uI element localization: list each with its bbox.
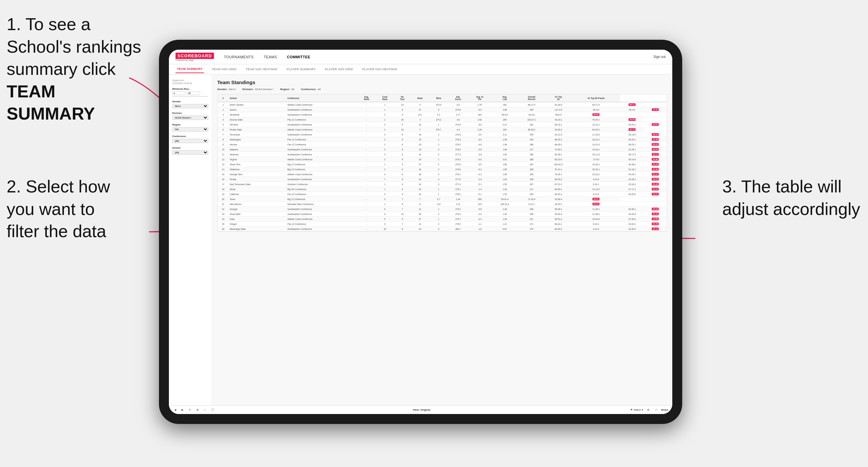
cell-rank: 6 — [218, 127, 228, 132]
toolbar-share-label[interactable]: Share — [661, 408, 668, 411]
cell-school: Texas — [228, 197, 286, 202]
sign-out-link[interactable]: Sign out — [653, 55, 665, 59]
cell-data: 11-38-2 — [572, 212, 620, 217]
cell-data: 109-24-2 — [492, 202, 518, 207]
cell-data: - — [357, 217, 376, 222]
table-row: 5Ole MissSoutheastern Conference-3618127… — [218, 122, 666, 127]
cell-data: -3.5 — [468, 132, 492, 137]
cell-data: 270 — [518, 226, 545, 231]
subnav-player-h2h-grid[interactable]: PLAYER H2H GRID — [323, 66, 354, 73]
cell-data: 28 — [411, 172, 429, 177]
toolbar-share-icon[interactable]: ↗ — [653, 408, 658, 412]
cell-rank: 18 — [218, 187, 228, 192]
cell-conference: Pac-12 Conference — [286, 192, 357, 197]
cell-data: -0.4 — [468, 217, 492, 222]
cell-data: - — [357, 192, 376, 197]
cell-data: 82-05-1 — [545, 187, 572, 192]
toolbar-clock[interactable]: 🕐 — [210, 408, 216, 412]
cell-data: 9-19-1 — [572, 222, 620, 226]
table-row: 22GeorgiaSoutheastern Conference-8721127… — [218, 207, 666, 212]
cell-conference: Pac-12 Conference — [286, 222, 357, 226]
table-row: 18IllinoisBig Ten Conference-18231279.1-… — [218, 187, 666, 192]
col-avg-to-par: Avg. toPar — [468, 94, 492, 102]
subnav-player-h2h-heatmap[interactable]: PLAYER H2H HEATMAP — [361, 66, 399, 73]
col-conference: Conference — [286, 94, 357, 102]
toolbar-watch-label[interactable]: 👁 Watch ▾ — [630, 408, 643, 411]
subnav-team-h2h-heatmap[interactable]: TEAM H2H HEATMAP — [244, 66, 279, 73]
school-select[interactable]: (All) — [172, 150, 208, 155]
cell-data: 9 — [394, 217, 411, 222]
cell-data: 7 — [376, 177, 394, 182]
cell-data: - — [357, 207, 376, 212]
cell-data: - — [357, 117, 376, 122]
instruction-step2-line1: 2. Select how — [7, 177, 110, 196]
nav-tournaments[interactable]: TOURNAMENTS — [224, 55, 254, 59]
cell-data: 279.9 — [448, 132, 468, 137]
cell-data: 2.37 — [492, 122, 518, 127]
conference-select[interactable]: (All) — [172, 139, 208, 143]
cell-data: 33-44-3 — [620, 212, 644, 217]
cell-data: -2.9 — [468, 177, 492, 182]
toolbar-add[interactable]: + — [203, 408, 207, 412]
cell-data: 7 — [411, 127, 429, 132]
cell-data: 63-17-0 — [572, 102, 620, 107]
sidebar-min-rou-label: Minimum Rou... — [172, 88, 208, 90]
cell-data: 30-4-0 — [572, 107, 620, 112]
table-row: 8WashingtonPac-12 Conference-28231276.3-… — [218, 137, 666, 142]
toolbar-forward[interactable]: ▶ — [180, 408, 185, 412]
cell-data: 80.38 — [644, 222, 666, 226]
cell-data: 86-26-1 — [545, 142, 572, 147]
sidebar-school-input: (All) — [172, 150, 208, 155]
toolbar-refresh[interactable]: ↻ — [187, 408, 192, 412]
cell-data: - — [357, 167, 376, 172]
cell-data: 1.21 — [492, 222, 518, 226]
cell-data: 265 — [518, 172, 545, 177]
min-rou-input[interactable] — [172, 91, 185, 95]
nav-teams[interactable]: TEAMS — [264, 55, 277, 59]
subnav-team-summary[interactable]: TEAM SUMMARY — [176, 65, 204, 73]
cell-data: 18-12-1 — [572, 137, 620, 142]
cell-data: -4.2 — [468, 172, 492, 177]
instruction-step2: 2. Select how you want to filter the dat… — [7, 176, 146, 243]
max-rou-input[interactable] — [187, 91, 200, 95]
cell-data: 63-15-1 — [545, 122, 572, 127]
table-row: 13Texas TechBig 12 Conference-19272276.0… — [218, 162, 666, 167]
cell-data: 9 — [376, 212, 394, 217]
cell-data: 82.73 — [620, 127, 644, 132]
cell-data: 80.04 — [644, 147, 666, 152]
cell-data: 2 — [376, 167, 394, 172]
cell-data: -5.0 — [468, 122, 492, 127]
toolbar-home[interactable]: ⊞ — [195, 408, 200, 412]
region-select[interactable]: N/A All — [172, 127, 208, 131]
cell-data: 17-33-4 — [518, 197, 545, 202]
cell-school: Mississippi State — [228, 226, 286, 231]
cell-school: Georgia Tech — [228, 172, 286, 177]
toolbar-view-label[interactable]: View: Original — [413, 408, 430, 411]
cell-data: 1 — [429, 187, 448, 192]
table-row: 19CaliforniaPac-12 Conference-48242278.2… — [218, 192, 666, 197]
cell-data: 276.3 — [448, 157, 468, 162]
nav-committee[interactable]: COMMITTEE — [287, 55, 311, 59]
cell-data: 8 — [394, 172, 411, 177]
toolbar-grid[interactable]: ⊞ — [646, 408, 651, 412]
subnav-player-summary[interactable]: PLAYER SUMMARY — [285, 66, 317, 73]
cell-data: - — [357, 202, 376, 207]
cell-data: 83-25-1 — [545, 192, 572, 197]
cell-data: 255 — [518, 132, 545, 137]
cell-data: 80.88 — [644, 217, 666, 222]
cell-data: 83-15-0 — [545, 157, 572, 162]
cell-data: 5 — [376, 152, 394, 157]
sidebar-division: Division NCAA Division I NCAA Division I… — [172, 112, 208, 120]
cell-data: 80.84 — [572, 202, 620, 207]
gender-select[interactable]: Men's Women's — [172, 104, 208, 108]
cell-data: 2.70 — [468, 102, 492, 107]
division-select[interactable]: NCAA Division I NCAA Division II NCAA Di… — [172, 116, 208, 120]
cell-data: 2 — [376, 112, 394, 117]
col-overall-record: OverallRecord — [518, 94, 545, 102]
cell-rank: 5 — [218, 122, 228, 127]
cell-data: 21 — [411, 222, 429, 226]
cell-data: 267 — [518, 182, 545, 187]
toolbar-back[interactable]: ◀ — [173, 408, 178, 412]
subnav-team-h2h-grid[interactable]: TEAM H2H GRID — [211, 66, 238, 73]
cell-data: 27 — [411, 107, 429, 112]
